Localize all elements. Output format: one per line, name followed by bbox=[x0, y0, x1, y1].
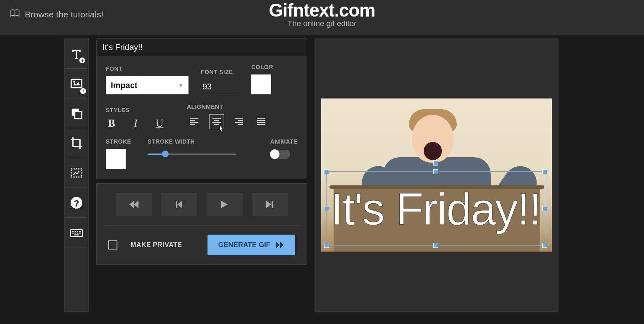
chevron-down-icon: ▼ bbox=[178, 82, 184, 89]
font-select[interactable]: Impact ▼ bbox=[106, 76, 188, 94]
align-left-button[interactable] bbox=[187, 114, 202, 129]
resize-handle[interactable] bbox=[543, 170, 547, 174]
canvas-size-tool[interactable] bbox=[64, 158, 88, 188]
generate-gif-button[interactable]: GENERATE GIF bbox=[208, 235, 295, 255]
font-field: FONT Impact ▼ bbox=[106, 65, 188, 94]
resize-handle[interactable] bbox=[324, 170, 329, 174]
font-size-input[interactable] bbox=[201, 79, 239, 94]
resize-handle[interactable] bbox=[434, 243, 438, 247]
make-private-label: MAKE PRIVATE bbox=[131, 241, 182, 249]
styles-field: STYLES B I U bbox=[106, 107, 165, 129]
crop-tool[interactable] bbox=[64, 128, 88, 158]
toolbar: ? bbox=[64, 38, 89, 312]
canvas-panel: It's Friday!! bbox=[315, 38, 558, 312]
gif-canvas[interactable]: It's Friday!! bbox=[321, 98, 552, 252]
caption-selection-box[interactable]: It's Friday!! bbox=[326, 171, 545, 246]
cursor-pointer-icon bbox=[218, 125, 224, 134]
caption-text-value: It's Friday!! bbox=[103, 43, 143, 52]
animate-field: ANIMATE bbox=[270, 138, 298, 159]
underline-button[interactable]: U bbox=[154, 118, 165, 129]
double-chevron-icon bbox=[276, 242, 284, 248]
svg-rect-2 bbox=[75, 111, 82, 118]
make-private-checkbox[interactable] bbox=[108, 240, 117, 250]
divider bbox=[104, 225, 299, 226]
resize-handle[interactable] bbox=[434, 170, 438, 174]
resize-handle[interactable] bbox=[324, 206, 329, 211]
svg-text:?: ? bbox=[74, 197, 79, 208]
bold-button[interactable]: B bbox=[106, 118, 117, 129]
animate-label: ANIMATE bbox=[270, 138, 298, 145]
caption-text-input[interactable]: It's Friday!! bbox=[97, 39, 307, 56]
svg-point-0 bbox=[73, 81, 75, 82]
alignment-field: ALIGNMENT bbox=[187, 103, 269, 129]
align-right-button[interactable] bbox=[231, 114, 246, 129]
stroke-label: STROKE bbox=[106, 138, 131, 145]
font-size-field: FONT SIZE bbox=[201, 69, 239, 94]
book-icon bbox=[10, 9, 20, 19]
add-image-tool[interactable] bbox=[64, 69, 88, 98]
stroke-width-slider[interactable] bbox=[148, 150, 236, 158]
stroke-field: STROKE bbox=[106, 138, 131, 169]
color-field: COLOR bbox=[251, 64, 273, 94]
prev-frame-button[interactable] bbox=[161, 193, 198, 216]
resize-handle[interactable] bbox=[543, 206, 547, 211]
plus-icon bbox=[79, 58, 85, 63]
site-title: Gifntext.com bbox=[269, 0, 375, 21]
font-size-label: FONT SIZE bbox=[201, 69, 239, 75]
keyboard-tool[interactable] bbox=[64, 218, 88, 247]
site-logo: Gifntext.com The online gif editor bbox=[269, 0, 375, 28]
browse-tutorials-link[interactable]: Browse the tutorials! bbox=[10, 9, 103, 19]
svg-rect-6 bbox=[71, 229, 82, 236]
align-center-button[interactable] bbox=[209, 114, 224, 129]
topbar: Browse the tutorials! Gifntext.com The o… bbox=[0, 0, 644, 35]
help-tool[interactable]: ? bbox=[64, 188, 88, 218]
font-label: FONT bbox=[106, 65, 188, 72]
align-justify-button[interactable] bbox=[254, 114, 269, 129]
stroke-width-label: STROKE WIDTH bbox=[148, 138, 236, 145]
layers-tool[interactable] bbox=[64, 98, 88, 128]
font-value: Impact bbox=[111, 81, 137, 90]
generate-gif-label: GENERATE GIF bbox=[218, 241, 270, 249]
rotate-handle[interactable] bbox=[434, 161, 438, 165]
play-button[interactable] bbox=[206, 193, 243, 216]
color-swatch[interactable] bbox=[251, 74, 271, 94]
resize-handle[interactable] bbox=[543, 243, 547, 247]
add-text-tool[interactable] bbox=[64, 39, 88, 69]
text-properties-panel: It's Friday!! FONT Impact ▼ FONT SIZE bbox=[96, 38, 307, 179]
resize-handle[interactable] bbox=[324, 243, 329, 247]
next-frame-button[interactable] bbox=[252, 193, 288, 216]
animate-toggle[interactable] bbox=[270, 150, 290, 159]
stroke-width-field: STROKE WIDTH bbox=[148, 138, 236, 158]
rewind-button[interactable] bbox=[116, 193, 152, 216]
styles-label: STYLES bbox=[106, 107, 165, 113]
stroke-swatch[interactable] bbox=[106, 149, 126, 169]
alignment-label: ALIGNMENT bbox=[187, 103, 269, 110]
italic-button[interactable]: I bbox=[130, 118, 141, 129]
color-label: COLOR bbox=[251, 64, 273, 70]
playback-panel: MAKE PRIVATE GENERATE GIF bbox=[96, 183, 307, 265]
canvas-caption-text: It's Friday!! bbox=[331, 188, 541, 229]
tutorials-label: Browse the tutorials! bbox=[25, 10, 103, 19]
plus-icon bbox=[80, 88, 86, 94]
